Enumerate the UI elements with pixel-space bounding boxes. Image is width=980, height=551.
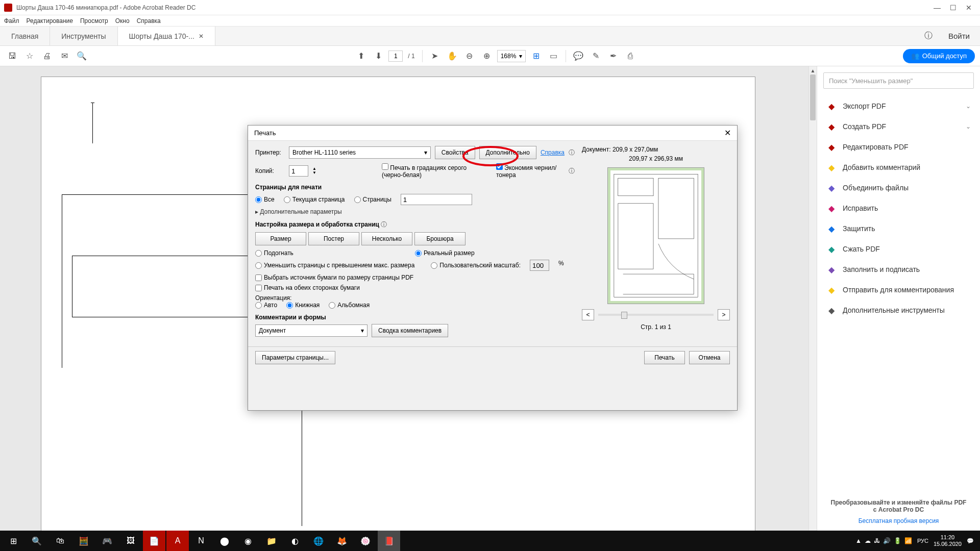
tab-close-icon[interactable]: ✕: [199, 33, 204, 40]
sidebar-item-10[interactable]: ◆Дополнительные инструменты: [823, 300, 974, 320]
select-tool-icon[interactable]: ➤: [428, 49, 442, 63]
stamp-icon[interactable]: ⎙: [623, 49, 638, 63]
zoom-in-icon[interactable]: ⊕: [480, 49, 494, 63]
scroll-up-icon[interactable]: ▲: [809, 66, 817, 74]
trial-link[interactable]: Бесплатная пробная версия: [823, 517, 974, 524]
tab-tools[interactable]: Инструменты: [50, 27, 117, 45]
maximize-button[interactable]: ☐: [950, 4, 957, 12]
custom-scale-input[interactable]: [530, 260, 549, 271]
sidebar-item-1[interactable]: ◆Создать PDF⌄: [823, 116, 974, 137]
pages-all-radio[interactable]: [255, 196, 262, 203]
help-link[interactable]: Справка: [541, 149, 565, 156]
xbox-icon[interactable]: 🎮: [96, 531, 118, 551]
preview-prev-button[interactable]: <: [582, 309, 594, 320]
obs-icon[interactable]: ⬤: [213, 531, 236, 551]
comments-summary-button[interactable]: Сводка комментариев: [372, 324, 448, 337]
menu-file[interactable]: Файл: [4, 17, 19, 24]
sidebar-item-0[interactable]: ◆Экспорт PDF⌄: [823, 96, 974, 116]
photos-icon[interactable]: 🖼: [119, 531, 142, 551]
pdf-app-icon[interactable]: 📄: [143, 531, 165, 551]
firefox-icon[interactable]: 🦊: [331, 531, 353, 551]
booklet-button[interactable]: Брошюра: [414, 232, 465, 245]
calculator-icon[interactable]: 🧮: [72, 531, 95, 551]
more-params-toggle[interactable]: ▸ Дополнительные параметры: [255, 208, 575, 215]
sidebar-item-9[interactable]: ◆Отправить для комментирования: [823, 280, 974, 300]
pages-range-input[interactable]: [401, 194, 472, 205]
preview-next-button[interactable]: >: [718, 309, 730, 320]
sidebar-item-4[interactable]: ◆Объединить файлы: [823, 178, 974, 198]
fit-width-icon[interactable]: ⊞: [529, 49, 543, 63]
paper-source-checkbox[interactable]: [255, 274, 262, 281]
copies-input[interactable]: [289, 165, 308, 177]
nvidia-icon[interactable]: ◉: [237, 531, 259, 551]
page-up-icon[interactable]: ⬆: [354, 49, 368, 63]
printer-select[interactable]: Brother HL-1110 series▾: [289, 146, 431, 159]
comment-icon[interactable]: 💬: [571, 49, 585, 63]
vertical-scrollbar[interactable]: ▲ ▼: [808, 66, 817, 536]
menu-edit[interactable]: Редактирование: [27, 17, 73, 24]
pages-current-radio[interactable]: [284, 196, 290, 203]
close-button[interactable]: ✕: [966, 4, 972, 12]
sidebar-item-5[interactable]: ◆Исправить: [823, 198, 974, 218]
steam-icon[interactable]: ◐: [284, 531, 306, 551]
tab-home[interactable]: Главная: [0, 27, 50, 45]
search-icon[interactable]: 🔍: [75, 49, 89, 63]
app-icon[interactable]: 🍥: [354, 531, 377, 551]
cancel-button[interactable]: Отмена: [689, 351, 730, 364]
comments-select[interactable]: Документ▾: [255, 324, 368, 337]
acrobat-taskbar-icon[interactable]: 📕: [378, 531, 400, 551]
minimize-button[interactable]: —: [934, 4, 941, 12]
mail-icon[interactable]: ✉: [57, 49, 71, 63]
onenote-icon[interactable]: N: [190, 531, 212, 551]
duplex-checkbox[interactable]: [255, 285, 262, 291]
sidebar-item-3[interactable]: ◆Добавить комментарий: [823, 157, 974, 178]
tray-icons[interactable]: ▲☁🖧🔊🔋📶: [855, 537, 912, 544]
orient-portrait-radio[interactable]: [286, 302, 293, 309]
page-setup-button[interactable]: Параметры страницы...: [255, 351, 335, 364]
scroll-thumb[interactable]: [810, 74, 816, 120]
sidebar-item-6[interactable]: ◆Защитить: [823, 218, 974, 239]
tab-document[interactable]: Шорты Даша 170-...✕: [118, 27, 215, 45]
orient-auto-radio[interactable]: [255, 302, 262, 309]
chrome-icon[interactable]: 🌐: [307, 531, 330, 551]
custom-scale-radio[interactable]: [431, 262, 437, 269]
page-input[interactable]: [388, 51, 403, 62]
grayscale-checkbox[interactable]: [382, 163, 388, 170]
view-mode-icon[interactable]: ▭: [546, 49, 560, 63]
properties-button[interactable]: Свойства: [435, 146, 475, 159]
notifications-icon[interactable]: 💬: [967, 538, 974, 544]
hand-tool-icon[interactable]: ✋: [445, 49, 459, 63]
actual-size-radio[interactable]: [415, 250, 422, 257]
page-down-icon[interactable]: ⬇: [371, 49, 385, 63]
share-button[interactable]: 👥 Общий доступ: [903, 49, 975, 63]
sidebar-search[interactable]: Поиск "Уменьшить размер": [823, 72, 974, 89]
print-button[interactable]: Печать: [644, 351, 685, 364]
start-button[interactable]: ⊞: [2, 531, 24, 551]
print-icon[interactable]: 🖨: [40, 49, 54, 63]
sign-icon[interactable]: ✒: [606, 49, 620, 63]
ink-save-checkbox[interactable]: [496, 163, 503, 170]
star-icon[interactable]: ☆: [22, 49, 37, 63]
sidebar-item-8[interactable]: ◆Заполнить и подписать: [823, 259, 974, 280]
store-icon[interactable]: 🛍: [49, 531, 71, 551]
dialog-close-icon[interactable]: ✕: [724, 128, 731, 138]
preview-slider[interactable]: [598, 314, 714, 316]
highlight-icon[interactable]: ✎: [589, 49, 603, 63]
size-button[interactable]: Размер: [255, 232, 306, 245]
multiple-button[interactable]: Несколько: [361, 232, 412, 245]
pages-range-radio[interactable]: [354, 196, 361, 203]
shrink-radio[interactable]: [255, 262, 262, 269]
login-button[interactable]: Войти: [938, 27, 980, 45]
zoom-select[interactable]: 168%▾: [497, 50, 526, 62]
clock[interactable]: 11:20 15.06.2020: [934, 534, 962, 547]
orient-landscape-radio[interactable]: [329, 302, 335, 309]
menu-window[interactable]: Окно: [115, 17, 130, 24]
save-icon[interactable]: 🖫: [5, 49, 19, 63]
poster-button[interactable]: Постер: [308, 232, 359, 245]
lang-indicator[interactable]: РУС: [917, 538, 928, 544]
menu-help[interactable]: Справка: [137, 17, 161, 24]
autocad-icon[interactable]: A: [166, 531, 189, 551]
explorer-icon[interactable]: 📁: [260, 531, 283, 551]
help-icon[interactable]: ⓘ: [919, 27, 938, 45]
advanced-button[interactable]: Дополнительно: [479, 146, 536, 159]
